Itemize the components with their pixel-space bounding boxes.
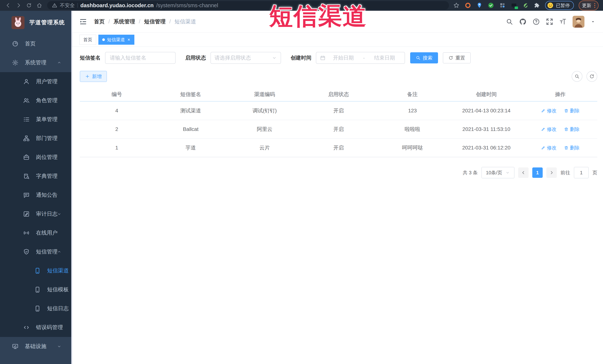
extensions-puzzle-icon[interactable] (533, 2, 540, 9)
tag-label: 首页 (83, 37, 92, 43)
breadcrumb-separator: / (169, 19, 171, 25)
breadcrumb-separator: / (108, 19, 110, 25)
cell-actions: 修改 删除 (523, 126, 597, 132)
cell-remark: 啦啦啦 (375, 126, 449, 133)
column-header-code: 渠道编码 (228, 91, 302, 98)
page-size-select[interactable]: 10条/页 (481, 167, 514, 178)
sidebar-item-label: 短信管理 (36, 248, 58, 255)
signal-icon (23, 230, 30, 236)
sidebar-item-audit-log[interactable]: 审计日志 (0, 205, 71, 223)
search-icon (416, 55, 421, 60)
sidebar-logo-row[interactable]: 芋道管理系统 (0, 11, 71, 34)
cell-created: 2021-04-13 00:23:14 (449, 108, 523, 114)
sidebar-item-dict-management[interactable]: 字典管理 (0, 167, 71, 186)
breadcrumb-sms-management[interactable]: 短信管理 (144, 18, 165, 25)
sidebar-item-user-management[interactable]: 用户管理 (0, 72, 71, 91)
font-size-icon[interactable] (559, 18, 567, 25)
prev-page-button[interactable] (518, 167, 529, 178)
search-button[interactable]: 搜索 (410, 52, 438, 63)
chevron-up-icon (57, 249, 62, 254)
breadcrumb-system-management[interactable]: 系统管理 (114, 18, 135, 25)
browser-back-button[interactable] (3, 1, 13, 10)
profile-paused-badge[interactable]: 已暂停 (545, 1, 574, 10)
browser-home-button[interactable] (34, 1, 45, 10)
plus-icon (85, 74, 90, 79)
date-range-picker[interactable]: 开始日期 - 结束日期 (316, 52, 405, 64)
delete-link[interactable]: 删除 (564, 108, 580, 114)
delete-link[interactable]: 删除 (564, 126, 580, 132)
search-icon[interactable] (506, 18, 513, 25)
tag-sms-channel[interactable]: 短信渠道 × (98, 35, 134, 45)
sms-channel-table: 编号 短信签名 渠道编码 启用状态 备注 创建时间 操作 4 测试渠道 调试(钉… (80, 88, 597, 157)
navbar-tools (506, 16, 596, 28)
github-icon[interactable] (519, 18, 527, 25)
status-select[interactable]: 请选择启用状态 (210, 52, 281, 64)
browser-update-button[interactable]: 更新 (579, 0, 599, 10)
browser-menu-icon[interactable] (594, 3, 595, 8)
extension-screen-icon[interactable] (510, 2, 517, 9)
sidebar-item-sms-channel[interactable]: 短信渠道 (0, 261, 71, 280)
sidebar-item-role-management[interactable]: 角色管理 (0, 91, 71, 110)
search-button-label: 搜索 (423, 55, 432, 61)
delete-link[interactable]: 删除 (564, 145, 580, 151)
sidebar: 芋道管理系统 首页 系统管理 用户管理 角色管理 菜单管理 部门管理 (0, 11, 72, 364)
extension-check-icon[interactable] (487, 2, 494, 9)
address-bar[interactable]: 不安全 dashboard.yudao.iocoder.cn/system/sm… (47, 1, 449, 10)
edit-link[interactable]: 修改 (541, 126, 557, 132)
hamburger-icon[interactable] (79, 18, 87, 26)
sidebar-item-infrastructure[interactable]: 基础设施 (0, 337, 71, 356)
extension-leaf-icon[interactable] (522, 2, 529, 9)
sidebar-item-notice[interactable]: 通知公告 (0, 186, 71, 205)
status-select-placeholder: 请选择启用状态 (215, 54, 251, 61)
browser-reload-button[interactable] (24, 1, 34, 10)
page-size-value: 10条/页 (486, 169, 502, 176)
column-header-sign: 短信签名 (154, 91, 228, 98)
close-icon[interactable]: × (127, 37, 130, 42)
sidebar-item-sms-log[interactable]: 短信日志 (0, 299, 71, 318)
message-bubble-icon (23, 192, 30, 199)
toggle-search-button[interactable] (572, 71, 582, 82)
dictionary-icon (23, 173, 30, 179)
sidebar-item-error-code[interactable]: 错误码管理 (0, 318, 71, 337)
sidebar-item-sms-template[interactable]: 短信模板 (0, 280, 71, 299)
browser-toolbar-right: 已暂停 更新 (452, 0, 600, 10)
sidebar-item-label: 短信渠道 (47, 267, 69, 275)
add-button[interactable]: 新增 (80, 71, 107, 82)
edit-link[interactable]: 修改 (541, 108, 557, 114)
breadcrumb-home[interactable]: 首页 (94, 18, 105, 25)
sign-input[interactable] (106, 55, 174, 61)
extension-grid-icon[interactable] (499, 2, 506, 9)
bookmark-star-icon[interactable] (453, 2, 460, 9)
help-icon[interactable] (533, 18, 540, 25)
page-content: 短信签名 启用状态 请选择启用状态 创建时间 开始日期 - 结束日期 (72, 47, 603, 364)
sidebar-item-dept-management[interactable]: 部门管理 (0, 129, 71, 148)
goto-page-input[interactable] (574, 167, 589, 178)
top-navbar: 首页 / 系统管理 / 短信管理 / 短信渠道 (72, 11, 603, 33)
browser-forward-button[interactable] (13, 1, 24, 10)
extension-ring-icon[interactable] (464, 2, 471, 9)
sidebar-item-home[interactable]: 首页 (0, 34, 71, 53)
log-edit-icon (23, 211, 30, 217)
sidebar-item-menu-management[interactable]: 菜单管理 (0, 110, 71, 129)
next-page-button[interactable] (546, 167, 557, 178)
edit-link[interactable]: 修改 (541, 145, 557, 151)
phone-icon (34, 267, 41, 274)
tag-label: 短信渠道 (107, 37, 125, 43)
caret-down-icon[interactable] (590, 19, 596, 24)
avatar[interactable] (573, 16, 584, 28)
sidebar-item-post-management[interactable]: 岗位管理 (0, 148, 71, 167)
fullscreen-icon[interactable] (546, 18, 553, 25)
extension-pin-icon[interactable] (476, 2, 483, 9)
column-header-actions: 操作 (523, 91, 597, 98)
sidebar-item-online-users[interactable]: 在线用户 (0, 223, 71, 242)
column-header-id: 编号 (80, 91, 154, 98)
refresh-table-button[interactable] (587, 71, 597, 82)
tag-home[interactable]: 首页 (80, 35, 96, 45)
range-separator: - (361, 55, 367, 61)
sign-input-wrapper (105, 52, 175, 64)
sidebar-item-system-management[interactable]: 系统管理 (0, 53, 71, 72)
reset-button[interactable]: 重置 (443, 52, 471, 63)
cell-status: 开启 (302, 144, 375, 151)
sidebar-item-sms-management[interactable]: 短信管理 (0, 242, 71, 261)
page-number-button[interactable]: 1 (532, 167, 543, 178)
